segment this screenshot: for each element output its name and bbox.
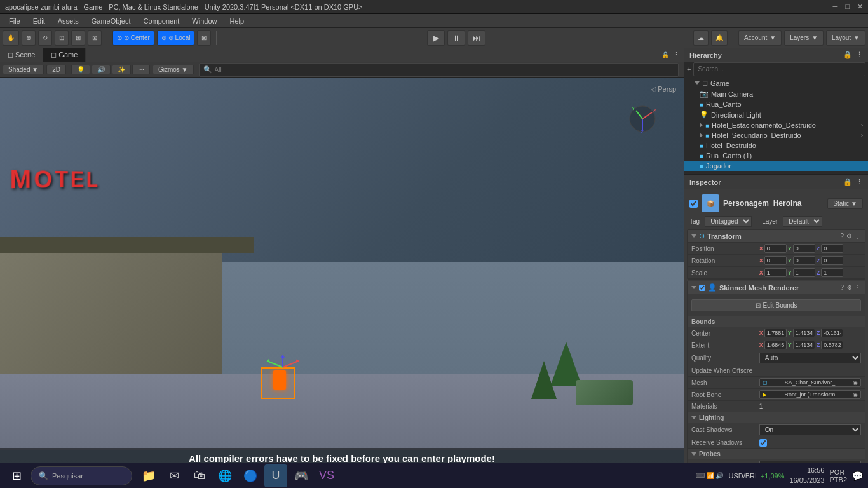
skinned-mesh-header[interactable]: 👤 Skinned Mesh Renderer ? ⚙ ⋮ — [688, 281, 865, 294]
inspector-menu-icon[interactable]: ⋮ — [856, 178, 863, 186]
hierarchy-item-hotel-est[interactable]: ■ Hotel_Estacionamento_Destruido › — [684, 120, 868, 130]
hierarchy-item-rua-canto[interactable]: ■ Rua_Canto — [684, 99, 868, 109]
notification-icon[interactable]: 💬 — [852, 471, 863, 481]
skinned-menu-icon[interactable]: ⋮ — [855, 284, 861, 291]
hierarchy-menu-icon[interactable]: ⋮ — [856, 51, 863, 59]
start-button[interactable]: ⊞ — [5, 464, 28, 487]
rot-z-input[interactable] — [821, 256, 843, 265]
pause-button[interactable]: ⏸ — [447, 30, 465, 46]
scale-tool[interactable]: ⊡ — [55, 30, 69, 46]
probes-header[interactable]: Probes — [688, 449, 865, 459]
gizmos-btn[interactable]: Gizmos ▼ — [153, 65, 194, 74]
taskbar-search[interactable]: 🔍 Pesquisar — [31, 466, 132, 485]
menu-gameobject[interactable]: GameObject — [85, 16, 137, 26]
hierarchy-item-maincam[interactable]: 📷 Main Camera — [684, 88, 868, 99]
lighting-header[interactable]: Lighting — [688, 412, 865, 423]
extra-effects[interactable]: ⋯ — [132, 65, 150, 74]
maximize-btn[interactable]: □ — [845, 3, 850, 11]
hierarchy-search-input[interactable] — [698, 65, 861, 72]
close-btn[interactable]: ✕ — [857, 3, 863, 11]
ext-y-input[interactable] — [793, 341, 815, 349]
hierarchy-lock-icon[interactable]: 🔒 — [843, 51, 852, 59]
rootbone-select-icon[interactable]: ◉ — [853, 391, 858, 398]
tab-scene[interactable]: ◻ ◻ SceneScene — [0, 48, 43, 62]
skinned-enabled-checkbox[interactable] — [699, 285, 705, 291]
center-toggle[interactable]: ⊙ ⊙ Center — [112, 30, 154, 46]
object-enabled-checkbox[interactable] — [689, 200, 698, 208]
taskbar-explorer[interactable]: 📁 — [137, 464, 160, 487]
rot-y-input[interactable] — [793, 256, 815, 265]
transform-tool[interactable]: ⊠ — [88, 30, 102, 46]
rect-tool[interactable]: ⊞ — [71, 30, 85, 46]
rot-x-input[interactable] — [764, 256, 787, 265]
taskbar-mail[interactable]: ✉ — [163, 464, 186, 487]
mesh-select-icon[interactable]: ◉ — [853, 379, 858, 386]
receive-shadows-checkbox[interactable] — [759, 439, 767, 447]
play-button[interactable]: ▶ — [427, 30, 445, 46]
ctr-x-input[interactable] — [764, 329, 787, 337]
transform-header[interactable]: ⊕ Transform ? ⚙ ⋮ — [688, 230, 865, 243]
taskbar-visualstudio[interactable]: VS — [315, 464, 338, 487]
scale-z-input[interactable] — [821, 268, 843, 277]
mesh-ref[interactable]: ◻ SA_Char_Survivor_ ◉ — [759, 378, 861, 387]
hierarchy-item-hotel-des[interactable]: ■ Hotel_Destruido — [684, 140, 868, 151]
minimize-btn[interactable]: ─ — [833, 3, 838, 11]
skinned-settings-icon[interactable]: ⚙ — [846, 284, 852, 291]
skinned-help-icon[interactable]: ? — [840, 284, 844, 291]
menu-component[interactable]: Component — [137, 16, 186, 26]
taskbar-unity-hub[interactable]: U — [264, 464, 287, 487]
scene-menu-icon[interactable]: ⋮ — [673, 51, 680, 59]
taskbar-store[interactable]: 🛍 — [188, 464, 211, 487]
menu-window[interactable]: Window — [186, 16, 223, 26]
layout-dropdown[interactable]: Layout ▼ — [826, 30, 865, 46]
hierarchy-item-rua-canto2[interactable]: ■ Rua_Canto (1) — [684, 151, 868, 161]
pos-x-input[interactable] — [764, 244, 787, 253]
menu-assets[interactable]: Assets — [51, 16, 85, 26]
fx-toggle[interactable]: ✨ — [112, 65, 131, 74]
scale-y-input[interactable] — [793, 268, 815, 277]
menu-help[interactable]: Help — [223, 16, 250, 26]
rotate-tool[interactable]: ↻ — [38, 30, 52, 46]
scale-x-input[interactable] — [764, 268, 787, 277]
ext-x-input[interactable] — [764, 341, 787, 349]
account-dropdown[interactable]: Account ▼ — [738, 30, 782, 46]
menu-file[interactable]: File — [3, 16, 27, 26]
audio-toggle[interactable]: 🔊 — [92, 65, 111, 74]
pos-z-input[interactable] — [821, 244, 843, 253]
ctr-z-input[interactable] — [821, 329, 843, 337]
ctr-y-input[interactable] — [793, 329, 815, 337]
taskbar-app-6[interactable]: 🎮 — [290, 464, 313, 487]
hierarchy-item-dirlight[interactable]: 💡 Directional Light — [684, 109, 868, 120]
scene-search-input[interactable] — [215, 66, 674, 73]
layers-dropdown[interactable]: Layers ▼ — [784, 30, 824, 46]
collab-button[interactable]: ☁ — [693, 30, 709, 46]
transform-help-icon[interactable]: ? — [840, 233, 844, 240]
ext-z-input[interactable] — [821, 341, 843, 349]
light-toggle[interactable]: 💡 — [71, 65, 90, 74]
cast-shadows-dropdown[interactable]: On — [759, 424, 861, 435]
rootbone-ref[interactable]: ▶ Root_jnt (Transform ◉ — [759, 390, 861, 399]
scene-view[interactable]: MOTEL — [0, 78, 684, 488]
hand-tool[interactable]: ✋ — [3, 30, 19, 46]
taskbar-chrome[interactable]: 🔵 — [239, 464, 262, 487]
cloud-button[interactable]: 🔔 — [711, 30, 728, 46]
taskbar-edge[interactable]: 🌐 — [214, 464, 236, 487]
transform-menu-icon[interactable]: ⋮ — [855, 233, 861, 240]
hierarchy-item-menu[interactable]: ⋮ — [857, 80, 863, 86]
tab-game[interactable]: ◻ Game — [43, 48, 86, 62]
transform-settings-icon[interactable]: ⚙ — [846, 233, 852, 240]
inspector-lock-icon[interactable]: 🔒 — [843, 178, 852, 186]
layer-dropdown[interactable]: Default — [783, 216, 822, 227]
menu-edit[interactable]: Edit — [27, 16, 51, 26]
hierarchy-search[interactable] — [693, 62, 865, 76]
extra-tool[interactable]: ⊠ — [197, 30, 211, 46]
local-toggle[interactable]: ⊙ ⊙ Local — [157, 30, 195, 46]
hierarchy-item-jogador[interactable]: ■ Jogador — [684, 161, 868, 171]
hierarchy-item-game[interactable]: ◻ Game ⋮ — [684, 78, 868, 88]
edit-bounds-btn[interactable]: ⊡ Edit Bounds — [691, 299, 861, 311]
shaded-dropdown[interactable]: Shaded ▼ — [3, 65, 44, 74]
tag-dropdown[interactable]: Untagged — [705, 216, 752, 227]
step-button[interactable]: ⏭ — [468, 30, 485, 46]
2d-toggle[interactable]: 2D — [46, 65, 66, 74]
pos-y-input[interactable] — [793, 244, 815, 253]
